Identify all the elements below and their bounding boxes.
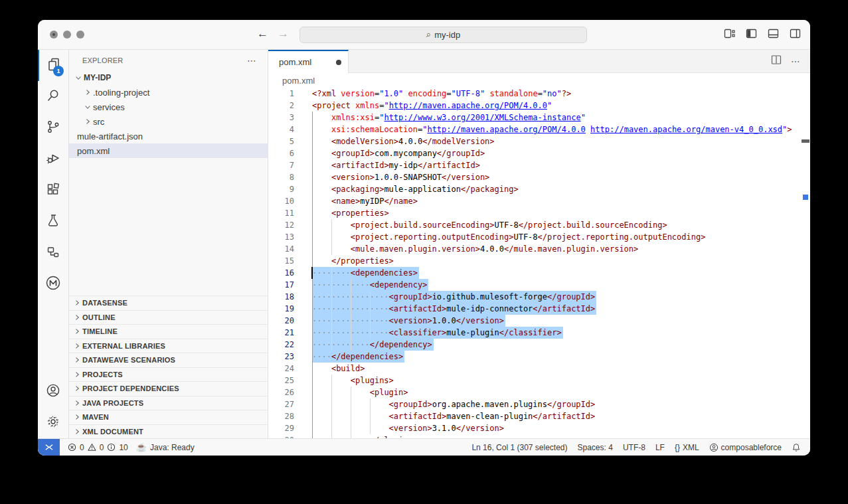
indentation-status[interactable]: Spaces: 4: [578, 443, 613, 452]
code-line-17[interactable]: 17············<dependency>: [268, 279, 810, 291]
tree-item-mule-artifact-json[interactable]: mule-artifact.json: [69, 129, 268, 143]
code-line-22[interactable]: 22············</dependency>: [268, 339, 810, 351]
activity-item-mulesoft[interactable]: [38, 268, 68, 299]
code-line-4[interactable]: 4 xsi:schemaLocation="http://maven.apach…: [268, 124, 810, 135]
notifications-bell-icon[interactable]: [792, 443, 801, 452]
section-dataweave-scenarios[interactable]: DATAWEAVE SCENARIOS: [69, 353, 268, 367]
breadcrumb-item[interactable]: pom.xml: [282, 76, 315, 86]
code-line-16[interactable]: 16········<dependencies>: [268, 267, 810, 279]
line-number: 8: [268, 171, 312, 183]
activity-bar: 1: [38, 50, 69, 438]
language-status[interactable]: {} XML: [675, 443, 699, 452]
section-project-dependencies[interactable]: PROJECT DEPENDENCIES: [69, 381, 268, 396]
editor-more-actions-icon[interactable]: ⋯: [791, 56, 801, 66]
code-line-25[interactable]: 25 <plugins>: [268, 375, 810, 386]
code-line-12[interactable]: 12 <project.build.sourceEncoding>UTF-8</…: [268, 219, 810, 231]
code-line-9[interactable]: 9 <packaging>mule-application</packaging…: [268, 183, 810, 195]
section-outline[interactable]: OUTLINE: [69, 310, 268, 325]
activity-item-test[interactable]: [38, 206, 68, 237]
minimize-window-button[interactable]: [63, 31, 71, 39]
nav-back-button[interactable]: ←: [257, 27, 268, 41]
code-line-23[interactable]: 23····</dependencies>: [268, 351, 810, 363]
code-line-20[interactable]: 20················<version>1.0.0</versio…: [268, 315, 810, 327]
section-label: PROJECTS: [82, 371, 123, 378]
explorer-sidebar: EXPLORER ⋯ MY-IDP.tooling-projectservice…: [69, 50, 268, 438]
scrollbar-marker-dark[interactable]: [802, 139, 809, 143]
code-line-29[interactable]: 29 <version>3.1.0</version>: [268, 422, 810, 434]
code-line-19[interactable]: 19················<artifactId>mule-idp-c…: [268, 303, 810, 315]
code-line-10[interactable]: 10 <name>myIDP</name>: [268, 195, 810, 207]
activity-item-extensions[interactable]: [38, 175, 68, 206]
file-tree: MY-IDP.tooling-projectservicessrcmule-ar…: [69, 70, 268, 158]
code-line-8[interactable]: 8 <version>1.0.0-SNAPSHOT</version>: [268, 171, 810, 183]
problems-status[interactable]: 0 0 10: [68, 443, 128, 452]
activity-item-api-designer[interactable]: [38, 237, 68, 268]
code-line-15[interactable]: 15 </properties>: [268, 255, 810, 267]
section-label: EXTERNAL LIBRARIES: [82, 342, 165, 350]
nav-forward-button[interactable]: →: [278, 27, 289, 41]
activity-item-explorer[interactable]: 1: [38, 50, 68, 81]
code-line-27[interactable]: 27 <groupId>org.apache.maven.plugins</gr…: [268, 398, 810, 410]
close-window-button[interactable]: [50, 31, 58, 39]
api-designer-icon: [45, 244, 61, 262]
activity-item-source-control[interactable]: [38, 112, 68, 143]
java-status[interactable]: ☕ Java: Ready: [136, 442, 195, 452]
tree-item-my-idp[interactable]: MY-IDP: [69, 70, 268, 85]
code-line-26[interactable]: 26 <plugin>: [268, 386, 810, 398]
tab-bar: pom.xml ⋯: [268, 50, 810, 73]
activity-item-search[interactable]: [38, 81, 68, 112]
section-timeline[interactable]: TIMELINE: [69, 324, 268, 339]
line-number: 13: [268, 231, 312, 243]
code-editor[interactable]: 1<?xml version="1.0" encoding="UTF-8" st…: [268, 88, 810, 438]
chevron-down-icon: [73, 74, 84, 82]
eol-status[interactable]: LF: [655, 443, 665, 452]
code-line-5[interactable]: 5 <modelVersion>4.0.0</modelVersion>: [268, 135, 810, 147]
code-line-13[interactable]: 13 <project.reporting.outputEncoding>UTF…: [268, 231, 810, 243]
section-xml-document[interactable]: XML DOCUMENT: [69, 424, 268, 439]
section-datasense[interactable]: DATASENSE: [69, 295, 268, 310]
command-center-search[interactable]: ⌕ my-idp: [299, 27, 587, 43]
section-java-projects[interactable]: JAVA PROJECTS: [69, 396, 268, 410]
code-line-28[interactable]: 28 <artifactId>maven-clean-plugin</artif…: [268, 410, 810, 422]
section-projects[interactable]: PROJECTS: [69, 367, 268, 382]
tree-item-services[interactable]: services: [69, 100, 268, 114]
toggle-panel-icon[interactable]: [768, 28, 779, 39]
toggle-primary-sidebar-icon[interactable]: [746, 28, 757, 39]
explorer-title: EXPLORER: [82, 56, 124, 64]
tree-item--tooling-project[interactable]: .tooling-project: [69, 85, 268, 100]
activity-item-run-debug[interactable]: [38, 143, 68, 175]
code-line-30[interactable]: 30 </plugin>: [268, 434, 810, 438]
modified-dot-icon[interactable]: [336, 60, 341, 65]
encoding-status[interactable]: UTF-8: [623, 443, 645, 452]
code-line-18[interactable]: 18················<groupId>io.github.mul…: [268, 291, 810, 303]
code-line-6[interactable]: 6 <groupId>com.mycompany</groupId>: [268, 147, 810, 159]
code-line-14[interactable]: 14 <mule.maven.plugin.version>4.0.0</mul…: [268, 243, 810, 255]
tree-item-pom-xml[interactable]: pom.xml: [69, 143, 268, 158]
split-editor-icon[interactable]: [771, 54, 782, 68]
code-line-2[interactable]: 2<project xmlns="http://maven.apache.org…: [268, 100, 810, 112]
line-number: 5: [268, 135, 312, 147]
code-line-21[interactable]: 21················<classifier>mule-plugi…: [268, 327, 810, 339]
tree-item-label: services: [93, 102, 125, 112]
code-line-1[interactable]: 1<?xml version="1.0" encoding="UTF-8" st…: [268, 88, 810, 100]
toggle-secondary-sidebar-icon[interactable]: [790, 28, 801, 39]
account-status[interactable]: composableforce: [709, 443, 782, 452]
tree-item-src[interactable]: src: [69, 114, 268, 129]
info-count: 10: [119, 443, 127, 452]
zoom-window-button[interactable]: [76, 31, 84, 39]
breadcrumb[interactable]: pom.xml: [268, 73, 810, 88]
section-maven[interactable]: MAVEN: [69, 410, 268, 424]
tab-pom-xml[interactable]: pom.xml: [268, 50, 349, 73]
activity-item-settings[interactable]: [38, 407, 68, 438]
cursor-position-status[interactable]: Ln 16, Col 1 (307 selected): [471, 443, 567, 452]
customize-layout-icon[interactable]: [724, 28, 735, 39]
section-external-libraries[interactable]: EXTERNAL LIBRARIES: [69, 339, 268, 353]
remote-indicator[interactable]: [38, 439, 60, 456]
explorer-more-actions-icon[interactable]: ⋯: [247, 55, 257, 66]
code-line-24[interactable]: 24 <build>: [268, 363, 810, 375]
code-line-11[interactable]: 11 <properties>: [268, 207, 810, 219]
code-line-3[interactable]: 3 xmlns:xsi="http://www.w3.org/2001/XMLS…: [268, 112, 810, 124]
line-number: 20: [268, 315, 312, 327]
activity-item-account[interactable]: [38, 376, 68, 407]
code-line-7[interactable]: 7 <artifactId>my-idp</artifactId>: [268, 159, 810, 171]
